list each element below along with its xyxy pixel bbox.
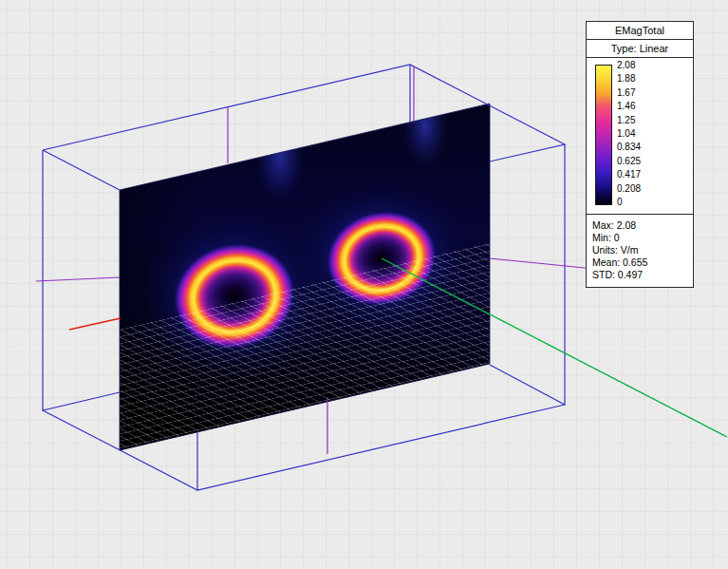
legend-scale-label: 1.25 <box>617 116 641 125</box>
legend-scale-label: 0.625 <box>617 157 641 166</box>
legend-stat: Max: 2.08 <box>592 219 687 232</box>
legend-title: EMagTotal <box>587 22 693 40</box>
legend-scale-label: 1.88 <box>617 74 641 84</box>
legend-scale-label: 1.04 <box>617 129 641 139</box>
legend-scale-label: 1.67 <box>617 88 641 98</box>
legend-scale-label: 2.08 <box>617 61 641 70</box>
field-source-left <box>232 294 237 299</box>
legend-scale-label: 0 <box>617 198 641 207</box>
application-viewport[interactable]: EMagTotal Type: Linear 2.08 1.88 1.67 1.… <box>0 0 728 569</box>
legend-scale-label: 0.208 <box>617 184 641 194</box>
legend-scale-label: 0.834 <box>617 142 641 152</box>
legend-stat: STD: 0.497 <box>592 269 687 281</box>
legend-stats: Max: 2.08 Min: 0 Units: V/m Mean: 0.655 … <box>587 215 693 287</box>
legend-stat: Units: V/m <box>592 244 687 256</box>
legend-colorbar <box>595 65 612 205</box>
legend-scale-section: 2.08 1.88 1.67 1.46 1.25 1.04 0.834 0.62… <box>587 58 693 215</box>
legend-type: Type: Linear <box>587 40 693 58</box>
legend-stat: Min: 0 <box>592 232 687 244</box>
legend-stat: Mean: 0.655 <box>592 256 687 269</box>
legend-panel[interactable]: EMagTotal Type: Linear 2.08 1.88 1.67 1.… <box>586 21 694 288</box>
legend-scale-label: 1.46 <box>617 102 641 111</box>
legend-scale-label: 0.417 <box>617 170 641 180</box>
legend-scale-labels: 2.08 1.88 1.67 1.46 1.25 1.04 0.834 0.62… <box>617 61 641 207</box>
